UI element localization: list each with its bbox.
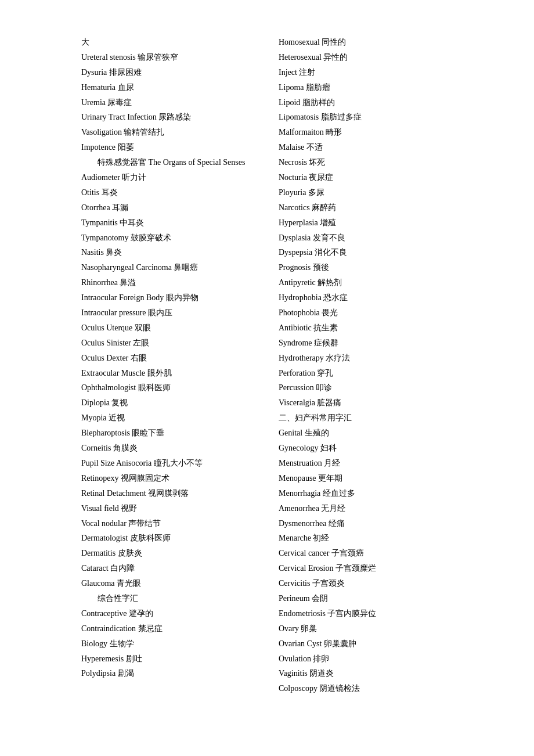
list-item: Cervical Erosion 子宫颈糜烂	[279, 561, 453, 576]
list-item: Dysuria 排尿困难	[81, 65, 255, 80]
list-item: Nasitis 鼻炎	[81, 245, 255, 260]
list-item: Tympanotomy 鼓膜穿破术	[81, 231, 255, 246]
list-item: Nasopharyngeal Carcinoma 鼻咽癌	[81, 260, 255, 275]
list-item: Gynecology 妇科	[279, 441, 453, 456]
list-item: Diplopia 复视	[81, 395, 255, 411]
list-item: Contraceptive 避孕的	[81, 606, 255, 621]
list-item: Rhinorrhea 鼻溢	[81, 275, 255, 290]
list-item: Vaginitis 阴道炎	[279, 666, 453, 681]
list-item: Visual field 视野	[81, 501, 255, 516]
list-item: Biology 生物学	[81, 636, 255, 651]
list-item: Hydrophobia 恐水症	[279, 290, 453, 305]
list-item: Dermatologist 皮肤科医师	[81, 531, 255, 546]
list-item: Dysplasia 发育不良	[279, 231, 453, 246]
list-item: Pupil Size Anisocoria 瞳孔大小不等	[81, 456, 255, 471]
list-item: Ovarian Cyst 卵巢囊肿	[279, 636, 453, 651]
list-item: Hyperemesis 剧吐	[81, 651, 255, 667]
list-item: Homosexual 同性的	[279, 35, 453, 50]
list-item: Lipoma 脂肪瘤	[279, 80, 453, 95]
list-item: Prognosis 预後	[279, 260, 453, 275]
list-item: Intraocular pressure 眼内压	[81, 305, 255, 321]
list-item: Perineum 会阴	[279, 591, 453, 606]
list-item: Lipomatosis 脂肪过多症	[279, 110, 453, 125]
list-item: Impotence 阳萎	[81, 140, 255, 155]
list-item: Audiometer 听力计	[81, 170, 255, 185]
list-item: Ovary 卵巢	[279, 621, 453, 636]
left-column: 大Ureteral stenosis 输尿管狭窄Dysuria 排尿困难Hema…	[81, 35, 267, 696]
list-item: Cervicitis 子宫颈炎	[279, 576, 453, 591]
list-item: Visceralgia 脏器痛	[279, 395, 453, 411]
list-item: Vasoligation 输精管结扎	[81, 125, 255, 140]
list-item: Heterosexual 异性的	[279, 50, 453, 65]
list-item: Percussion 叩诊	[279, 380, 453, 395]
list-item: Oculus Uterque 双眼	[81, 321, 255, 336]
list-item: Corneitis 角膜炎	[81, 441, 255, 456]
list-item: Narcotics 麻醉药	[279, 200, 453, 215]
list-item: Ovulation 排卵	[279, 651, 453, 667]
list-item: Menopause 更年期	[279, 471, 453, 486]
list-item: Syndrome 症候群	[279, 336, 453, 351]
list-item: Hematuria 血尿	[81, 80, 255, 95]
list-item: Otitis 耳炎	[81, 185, 255, 200]
list-item: Dyspepsia 消化不良	[279, 245, 453, 260]
list-item: Photophobia 畏光	[279, 305, 453, 321]
list-item: 大	[81, 35, 255, 50]
list-item: Blepharoptosis 眼睑下垂	[81, 426, 255, 441]
list-item: Perforation 穿孔	[279, 366, 453, 381]
list-item: Dysmenorrhea 经痛	[279, 516, 453, 531]
list-item: Nocturia 夜尿症	[279, 170, 453, 185]
list-item: Inject 注射	[279, 65, 453, 80]
list-item: Polydipsia 剧渴	[81, 666, 255, 681]
list-item: Myopia 近视	[81, 411, 255, 426]
list-item: Dermatitis 皮肤炎	[81, 546, 255, 561]
list-item: Tympanitis 中耳炎	[81, 215, 255, 231]
list-item: 特殊感觉器官 The Organs of Special Senses	[81, 155, 255, 170]
list-item: Genital 生殖的	[279, 426, 453, 441]
list-item: Cervical cancer 子宫颈癌	[279, 546, 453, 561]
list-item: Menstruation 月经	[279, 456, 453, 471]
list-item: Malformaiton 畸形	[279, 125, 453, 140]
list-item: 二、妇产科常用字汇	[279, 411, 453, 426]
list-item: Oculus Dexter 右眼	[81, 351, 255, 366]
list-item: Menorrhagia 经血过多	[279, 486, 453, 501]
list-item: Ployuria 多尿	[279, 185, 453, 200]
list-item: Malaise 不适	[279, 140, 453, 155]
list-item: Hyperplasia 增殖	[279, 215, 453, 231]
list-item: Glaucoma 青光眼	[81, 576, 255, 591]
list-item: Contraindication 禁忌症	[81, 621, 255, 636]
list-item: Retinal Detachment 视网膜剥落	[81, 486, 255, 501]
list-item: Antibiotic 抗生素	[279, 321, 453, 336]
list-item: 综合性字汇	[81, 591, 255, 606]
list-item: Ureteral stenosis 输尿管狭窄	[81, 50, 255, 65]
list-item: Necrosis 坏死	[279, 155, 453, 170]
list-item: Uremia 尿毒症	[81, 95, 255, 110]
list-item: Menarche 初经	[279, 531, 453, 546]
list-item: Ophthalmologist 眼科医师	[81, 380, 255, 395]
list-item: Retinopexy 视网膜固定术	[81, 471, 255, 486]
list-item: Extraocular Muscle 眼外肌	[81, 366, 255, 381]
list-item: Antipyretic 解热剂	[279, 275, 453, 290]
list-item: Vocal nodular 声带结节	[81, 516, 255, 531]
main-content: 大Ureteral stenosis 输尿管狭窄Dysuria 排尿困难Hema…	[81, 35, 453, 696]
list-item: Cataract 白内障	[81, 561, 255, 576]
list-item: Oculus Sinister 左眼	[81, 336, 255, 351]
list-item: Intraocular Foreign Body 眼内异物	[81, 290, 255, 305]
list-item: Urinary Tract Infection 尿路感染	[81, 110, 255, 125]
list-item: Endometriosis 子宫内膜异位	[279, 606, 453, 621]
list-item: Lipoid 脂肪样的	[279, 95, 453, 110]
list-item: Amenorrhea 无月经	[279, 501, 453, 516]
list-item: Otorrhea 耳漏	[81, 200, 255, 215]
right-column: Homosexual 同性的Heterosexual 异性的Inject 注射L…	[267, 35, 453, 696]
list-item: Hydrotherapy 水疗法	[279, 351, 453, 366]
list-item: Colposcopy 阴道镜检法	[279, 681, 453, 696]
